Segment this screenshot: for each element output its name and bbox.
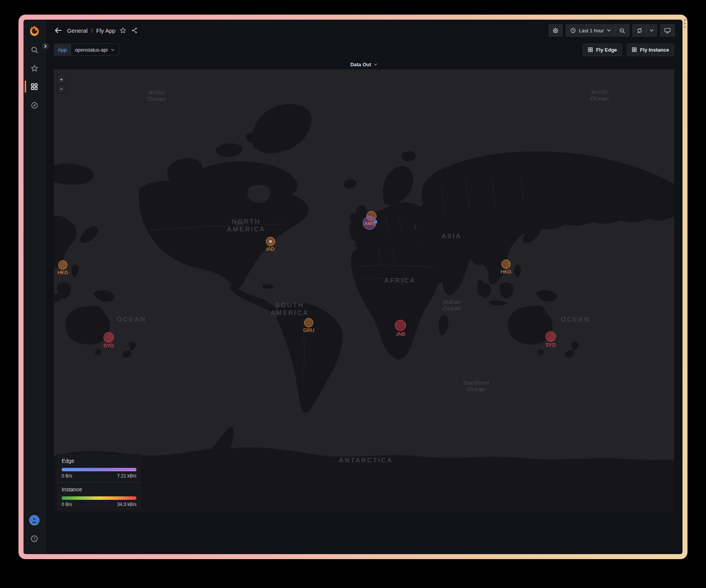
zoom-out-time-button[interactable]	[615, 25, 629, 36]
map-marker-iad-point[interactable]	[269, 240, 272, 243]
panel-header[interactable]: Data Out	[54, 59, 674, 69]
sidebar-bottom: ?	[24, 511, 45, 554]
legend-instance-title: Instance	[62, 486, 136, 493]
app-variable-dropdown[interactable]: openstatus-api	[71, 44, 119, 56]
refresh-group	[632, 24, 657, 37]
chevron-down-icon	[607, 28, 611, 33]
map-marker-label: AMS	[364, 221, 375, 226]
user-avatar	[29, 515, 40, 526]
map-zoom-out-button[interactable]: −	[57, 84, 66, 93]
navbar-toolbar: Last 1 hour	[549, 24, 675, 37]
fly-edge-link[interactable]: Fly Edge	[583, 44, 622, 56]
breadcrumb-separator: /	[91, 27, 92, 34]
sidebar: ?	[24, 20, 45, 554]
grid-icon	[588, 47, 593, 52]
clock-icon	[570, 27, 576, 34]
map-marker-hkg[interactable]: HKG	[58, 260, 67, 270]
chevron-right-icon	[44, 44, 47, 48]
legend-instance-gradient	[62, 496, 136, 500]
map-legend: Edge 0 B/s 7.21 kB/s Instance 0 B/s	[57, 454, 141, 511]
map-marker-jnb[interactable]: JNB	[395, 320, 406, 331]
active-indicator	[25, 80, 26, 93]
map-marker-ams-point[interactable]	[374, 220, 377, 223]
breadcrumb-page[interactable]: Fly App	[96, 27, 116, 34]
dashboard-settings-button[interactable]	[549, 24, 563, 37]
map-marker-hkg[interactable]: HKG	[501, 260, 511, 269]
world-map-basemap	[54, 69, 674, 513]
grafana-app: ? General / Fly	[24, 20, 682, 554]
map-marker-syd[interactable]: SYD	[545, 332, 556, 342]
legend-edge-gradient	[62, 468, 136, 471]
star-outline-icon	[119, 27, 126, 34]
sidebar-item-help[interactable]: ?	[24, 529, 45, 548]
legend-instance-min: 0 B/s	[62, 502, 72, 507]
star-dashboard-button[interactable]	[118, 25, 128, 35]
map-marker-label: JNB	[396, 331, 405, 337]
legend-instance: Instance 0 B/s 34.3 kB/s	[57, 482, 141, 511]
main-content: General / Fly App	[45, 20, 682, 554]
sidebar-expand-button[interactable]	[41, 42, 50, 50]
chevron-down-icon	[649, 28, 654, 33]
svg-text:?: ?	[33, 536, 35, 541]
geomap-panel: Data Out	[54, 59, 674, 513]
grafana-logo-icon[interactable]	[28, 25, 41, 37]
legend-edge: Edge 0 B/s 7.21 kB/s	[57, 454, 141, 482]
map-marker-gru[interactable]: GRU	[304, 318, 313, 327]
compass-icon	[30, 101, 39, 109]
gear-icon	[552, 27, 559, 34]
sidebar-item-explore[interactable]	[24, 96, 45, 114]
time-range-picker[interactable]: Last 1 hour	[566, 25, 615, 36]
map-marker-label: GRU	[303, 327, 314, 333]
map-zoom-in-button[interactable]: +	[57, 75, 66, 84]
variables-row: App openstatus-api Fly Edge	[45, 41, 682, 58]
map-marker-label: HKG	[57, 270, 68, 275]
app-variable-value: openstatus-api	[75, 47, 108, 53]
chevron-down-icon	[111, 48, 115, 52]
search-icon	[30, 46, 39, 54]
fly-instance-label: Fly Instance	[640, 47, 669, 53]
dashboards-grid-icon	[30, 83, 38, 90]
refresh-icon	[636, 27, 643, 34]
breadcrumb: General / Fly App	[67, 27, 116, 34]
world-map[interactable]: + − Arctic OceanArctic OceanNORTH AMERIC…	[54, 69, 674, 513]
help-icon: ?	[30, 534, 39, 543]
legend-instance-max: 34.3 kB/s	[117, 502, 136, 507]
arrow-left-icon	[54, 26, 62, 35]
share-icon	[131, 27, 138, 34]
refresh-button[interactable]	[633, 25, 646, 36]
star-icon	[30, 64, 39, 72]
back-button[interactable]	[52, 25, 64, 36]
time-range-label: Last 1 hour	[579, 28, 604, 34]
legend-edge-min: 0 B/s	[62, 473, 72, 479]
map-marker-label: SYD	[103, 343, 114, 348]
map-zoom-controls: + −	[57, 75, 66, 93]
time-picker-group: Last 1 hour	[566, 24, 629, 37]
breadcrumb-section[interactable]: General	[67, 27, 87, 34]
sidebar-item-profile[interactable]	[24, 511, 45, 529]
legend-edge-title: Edge	[62, 458, 136, 464]
map-marker-label: HKG	[501, 269, 511, 275]
sidebar-nav	[24, 40, 45, 114]
sidebar-item-dashboards[interactable]	[24, 77, 45, 96]
map-marker-label: SYD	[545, 342, 556, 348]
fly-edge-label: Fly Edge	[596, 47, 617, 53]
panel-title: Data Out	[350, 62, 371, 67]
kiosk-mode-button[interactable]	[660, 24, 675, 37]
magnifier-minus-icon	[619, 27, 625, 34]
chevron-down-icon	[373, 62, 378, 67]
monitor-icon	[664, 27, 671, 34]
fly-instance-link[interactable]: Fly Instance	[627, 44, 674, 56]
sidebar-item-starred[interactable]	[24, 59, 45, 77]
map-marker-label: IAD	[266, 246, 275, 252]
map-marker-ams-edge[interactable]: AMS	[363, 216, 376, 230]
legend-edge-max: 7.21 kB/s	[117, 473, 136, 479]
app-window-frame: ? General / Fly	[18, 15, 688, 559]
map-marker-syd[interactable]: SYD	[103, 332, 114, 343]
dashboard-navbar: General / Fly App	[45, 20, 682, 41]
share-dashboard-button[interactable]	[129, 25, 140, 35]
refresh-interval-dropdown[interactable]	[647, 25, 657, 36]
window-drag-dots	[684, 19, 686, 28]
app-variable-label: App	[54, 44, 71, 56]
grid-icon	[632, 47, 637, 52]
